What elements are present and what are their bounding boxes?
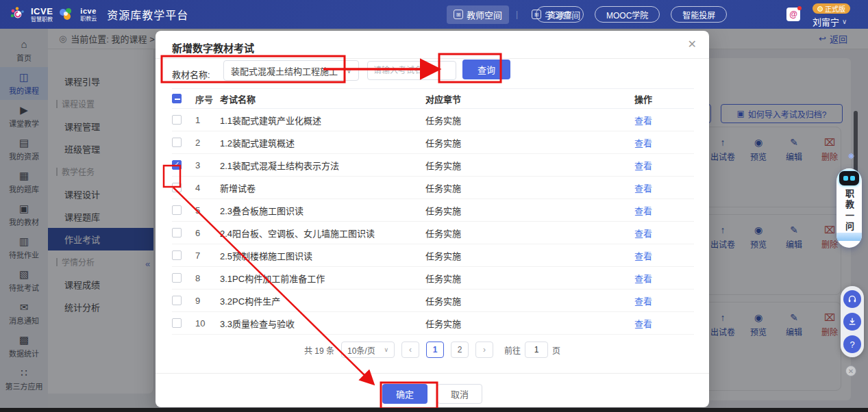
row-checkbox[interactable] (172, 183, 182, 192)
table-row: 7 2.5预制楼梯施工图识读 任务实施 查看 (172, 244, 694, 267)
wave-decoration (836, 233, 862, 241)
confirm-button[interactable]: 确定 (382, 384, 427, 404)
chevron-down-icon: ∨ (347, 67, 351, 75)
icve-leaf-logo-icon (58, 6, 75, 23)
exam-name-input[interactable] (367, 61, 456, 80)
logo-cluster: ICVE 智慧职教 icve 职教云 资源库教学平台 (0, 6, 188, 23)
pagination: 共 19 条 10条/页 ∨ ‹ 12 › 前往 页 (156, 340, 709, 359)
table-row: 4 新增试卷 任务实施 查看 (172, 177, 694, 199)
icve-swirl-logo-icon (10, 6, 26, 23)
next-page-button[interactable]: › (475, 342, 493, 358)
modal-footer: 确定 取消 (156, 384, 709, 404)
app-header: ICVE 智慧职教 icve 职教云 资源库教学平台 ⊞ 教师空间 | ⊞ 学习… (0, 0, 868, 29)
medal-icon (817, 6, 823, 12)
select-all-checkbox[interactable] (172, 94, 182, 103)
user-menu[interactable]: 刘甯宁 ∨ (813, 15, 847, 28)
view-link[interactable]: 查看 (634, 116, 652, 126)
view-link[interactable]: 查看 (634, 251, 652, 261)
username: 刘甯宁 (813, 15, 839, 28)
version-badge: 正式版 (813, 3, 850, 14)
view-link[interactable]: 查看 (634, 206, 652, 216)
headset-icon[interactable] (843, 290, 861, 308)
goto-label: 前往 (504, 344, 521, 356)
modal-search-form: 教材名称: 装配式混凝土结构工程施工 ∨ 查询 (172, 64, 210, 84)
textbook-select[interactable]: 装配式混凝土结构工程施工 ∨ (223, 60, 359, 81)
table-row: 6 2.4阳台板、空调板、女儿墙施工图识读 任务实施 查看 (172, 222, 694, 244)
page-numbers: 12 (426, 342, 469, 358)
view-link[interactable]: 查看 (634, 183, 652, 194)
notification-dot (797, 6, 802, 10)
sparkle-icon: ❋ (848, 152, 854, 161)
row-checkbox[interactable] (172, 228, 182, 237)
textbook-name-label: 教材名称: (172, 68, 210, 81)
window-bottom-edge (0, 408, 868, 412)
row-checkbox[interactable] (172, 115, 182, 125)
header-quick-links: 资源库MOOC学院智能投屏 (536, 6, 727, 23)
exam-table: 序号 考试名称 对应章节 操作 1 1.1装配式建筑产业化概述 任务实施 查看 … (172, 88, 694, 335)
row-checkbox[interactable] (172, 160, 182, 170)
table-row: 3 2.1装配式混凝土结构表示方法 任务实施 查看 (172, 154, 694, 177)
space-icon: ⊞ (454, 10, 463, 19)
download-icon[interactable] (843, 313, 861, 331)
goto-page-input[interactable] (525, 342, 548, 358)
assistant-widget[interactable]: 职教一问 (836, 168, 862, 248)
question-icon[interactable]: ? (843, 335, 861, 353)
header-tab-teacher-space[interactable]: ⊞ 教师空间 (447, 5, 509, 24)
chevron-down-icon: ∨ (384, 346, 388, 353)
platform-title: 资源库教学平台 (107, 6, 188, 23)
table-row: 10 3.3质量检查与验收 任务实施 查看 (172, 312, 694, 335)
modal-title: 新增数字教材考试 (172, 40, 254, 55)
add-digital-textbook-exam-modal: 新增数字教材考试 ✕ 教材名称: 装配式混凝土结构工程施工 ∨ 查询 序号 考试… (156, 31, 709, 407)
table-row: 1 1.1装配式建筑产业化概述 任务实施 查看 (172, 109, 694, 131)
row-checkbox[interactable] (172, 138, 182, 147)
query-button[interactable]: 查询 (462, 60, 510, 79)
chevron-down-icon: ∨ (842, 18, 847, 25)
view-link[interactable]: 查看 (634, 319, 652, 329)
robot-icon (839, 171, 859, 185)
page-number-button[interactable]: 2 (451, 342, 469, 358)
row-checkbox[interactable] (172, 273, 182, 283)
prev-page-button[interactable]: ‹ (401, 342, 419, 358)
close-icon[interactable]: ✕ (688, 38, 697, 51)
goto-suffix: 页 (552, 344, 560, 356)
assistant-label: 职教一问 (843, 189, 856, 233)
view-link[interactable]: 查看 (634, 138, 652, 149)
table-row: 5 2.3叠合板施工图识读 任务实施 查看 (172, 199, 694, 222)
quick-link-smart-cast[interactable]: 智能投屏 (671, 6, 727, 23)
view-link[interactable]: 查看 (634, 274, 652, 284)
icve-mini-app-icon[interactable]: @ (786, 8, 800, 21)
row-checkbox[interactable] (172, 318, 182, 328)
page: ICVE 智慧职教 icve 职教云 资源库教学平台 ⊞ 教师空间 | ⊞ 学习… (0, 0, 868, 412)
exam-table-body: 1 1.1装配式建筑产业化概述 任务实施 查看 2 1.2装配式建筑概述 任务实… (172, 109, 694, 335)
row-checkbox[interactable] (172, 296, 182, 305)
quick-link-resource-lib[interactable]: 资源库 (536, 6, 584, 23)
table-row: 2 1.2装配式建筑概述 任务实施 查看 (172, 131, 694, 154)
cancel-button[interactable]: 取消 (437, 384, 482, 404)
exam-table-header: 序号 考试名称 对应章节 操作 (172, 88, 694, 109)
logo-secondary-brand: icve (80, 8, 97, 15)
logo-primary: ICVE 智慧职教 (31, 7, 53, 23)
fab-stack: ? (841, 286, 864, 357)
quick-link-mooc-college[interactable]: MOOC学院 (595, 6, 660, 23)
view-link[interactable]: 查看 (634, 296, 652, 307)
row-checkbox[interactable] (172, 250, 182, 260)
logo-primary-brand: ICVE (31, 7, 53, 16)
table-row: 9 3.2PC构件生产 任务实施 查看 (172, 289, 694, 312)
modal-footer-divider (156, 373, 709, 374)
page-number-button[interactable]: 1 (426, 342, 444, 358)
page-size-select[interactable]: 10条/页 ∨ (341, 342, 395, 358)
logo-secondary: icve 职教云 (80, 8, 97, 22)
logo-secondary-sub: 职教云 (80, 16, 97, 22)
logo-primary-sub: 智慧职教 (31, 17, 53, 23)
total-count: 共 19 条 (304, 344, 334, 356)
view-link[interactable]: 查看 (634, 161, 652, 171)
row-checkbox[interactable] (172, 205, 182, 215)
nav-separator: | (516, 10, 518, 19)
view-link[interactable]: 查看 (634, 229, 652, 239)
modal-divider (156, 58, 709, 59)
close-fab-icon[interactable]: ✕ (845, 365, 856, 376)
table-row: 8 3.1PC构件加工前准备工作 任务实施 查看 (172, 267, 694, 289)
